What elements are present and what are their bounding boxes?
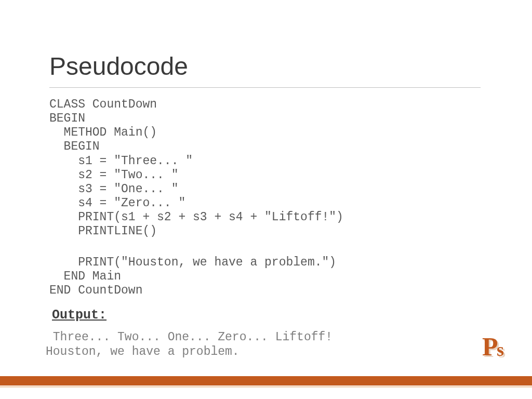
- pseudocode-block-1: CLASS CountDown BEGIN METHOD Main() BEGI…: [49, 98, 343, 238]
- footer-accent-line: [0, 386, 532, 388]
- pseudocode-block-2: PRINT("Houston, we have a problem.") END…: [49, 256, 336, 298]
- footer-accent-bar: [0, 376, 532, 385]
- output-heading: Output:: [52, 308, 107, 323]
- slide-title: Pseudocode: [49, 52, 188, 81]
- ps-logo: P P s s: [482, 331, 512, 362]
- logo-p: P: [482, 331, 498, 362]
- logo-s: s: [497, 339, 504, 361]
- output-text: Three... Two... One... Zero... Liftoff! …: [46, 330, 332, 359]
- slide: Pseudocode CLASS CountDown BEGIN METHOD …: [0, 0, 532, 399]
- title-divider: [49, 87, 481, 88]
